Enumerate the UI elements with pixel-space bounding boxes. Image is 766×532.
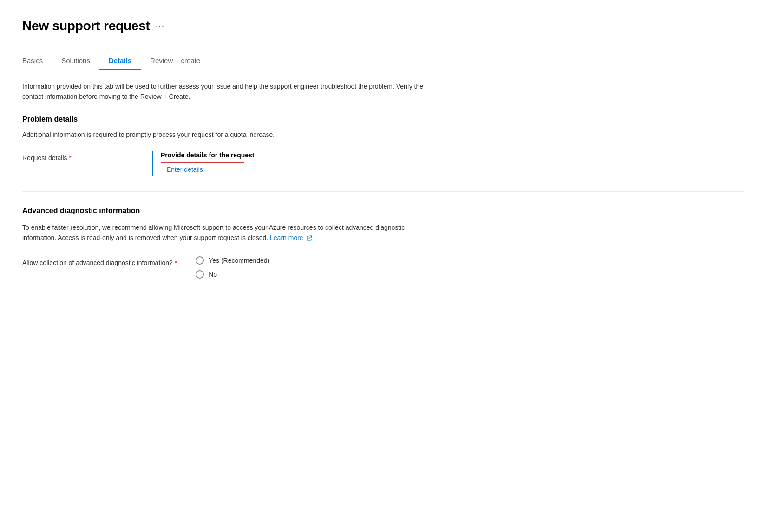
page-title: New support request	[22, 19, 150, 33]
radio-option-yes[interactable]: Yes (Recommended)	[196, 256, 474, 265]
request-details-row: Request details * Provide details for th…	[22, 151, 744, 176]
section-divider	[22, 191, 744, 192]
radio-yes[interactable]	[196, 256, 204, 265]
advanced-diagnostic-description: To enable faster resolution, we recommen…	[22, 222, 440, 243]
external-link-icon	[307, 235, 312, 241]
problem-details-title: Problem details	[22, 115, 744, 123]
tab-solutions[interactable]: Solutions	[52, 52, 99, 70]
required-indicator-2: *	[175, 259, 177, 266]
allow-diagnostic-label: Allow collection of advanced diagnostic …	[22, 256, 177, 266]
page-header: New support request ···	[22, 19, 744, 33]
diagnostic-radio-group: Yes (Recommended) No	[196, 256, 474, 279]
tab-basics[interactable]: Basics	[22, 52, 52, 70]
learn-more-link[interactable]: Learn more	[270, 234, 303, 241]
tab-description: Information provided on this tab will be…	[22, 81, 440, 102]
more-options-button[interactable]: ···	[156, 21, 165, 32]
allow-diagnostic-row: Allow collection of advanced diagnostic …	[22, 256, 744, 279]
required-indicator: *	[69, 154, 72, 162]
tab-review-create[interactable]: Review + create	[141, 52, 210, 70]
radio-yes-label: Yes (Recommended)	[209, 257, 269, 264]
problem-details-description: Additional information is required to pr…	[22, 131, 744, 138]
request-details-label: Request details *	[22, 151, 134, 162]
tab-navigation: Basics Solutions Details Review + create	[22, 52, 744, 70]
radio-option-no[interactable]: No	[196, 270, 474, 279]
advanced-diagnostic-section: Advanced diagnostic information To enabl…	[22, 207, 744, 279]
request-details-control: Provide details for the request Enter de…	[152, 151, 431, 176]
enter-details-input[interactable]: Enter details	[161, 162, 244, 176]
radio-options: Yes (Recommended) No	[196, 256, 474, 279]
panel-title: Provide details for the request	[161, 151, 431, 159]
request-details-panel: Provide details for the request Enter de…	[152, 151, 431, 176]
tab-details[interactable]: Details	[99, 52, 141, 70]
advanced-diagnostic-title: Advanced diagnostic information	[22, 207, 744, 215]
radio-no-label: No	[209, 271, 217, 278]
radio-no[interactable]	[196, 270, 204, 279]
